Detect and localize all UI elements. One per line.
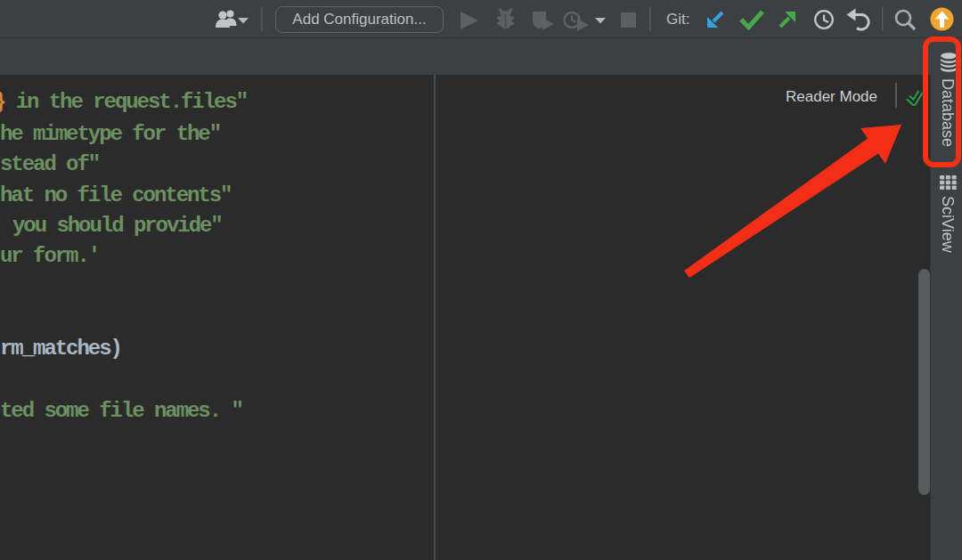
svg-text:SciView: SciView <box>939 196 957 254</box>
